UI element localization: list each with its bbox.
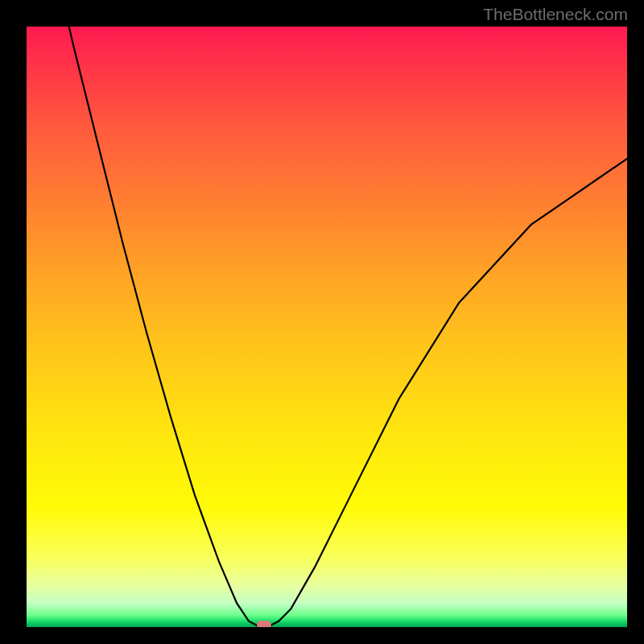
bottleneck-curve [27,27,627,627]
chart-container: TheBottleneck.com [0,0,644,644]
minimum-marker [257,621,271,627]
plot-area [27,27,627,627]
watermark-text: TheBottleneck.com [483,5,628,24]
curve-layer [27,27,627,627]
